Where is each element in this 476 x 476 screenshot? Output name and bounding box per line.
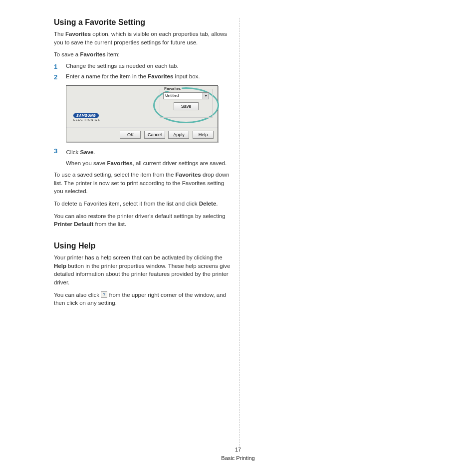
help-paragraph-1: Your printer has a help screen that can …	[54, 253, 231, 287]
logo-text: SAMSUNG	[73, 113, 99, 118]
apply-rest: pply	[176, 132, 185, 137]
text: Enter a name for the item in the	[66, 73, 148, 79]
help-paragraph-2: You can also click ? from the upper righ…	[54, 291, 231, 307]
save-lead: To save a Favorites item:	[54, 50, 231, 59]
text: input box.	[173, 73, 200, 79]
bold-favorites: Favorites	[65, 31, 91, 37]
cancel-button[interactable]: Cancel	[144, 131, 165, 139]
text: button in the printer properties window.…	[54, 263, 230, 285]
question-mark-icon: ?	[101, 291, 107, 298]
dialog-button-row: OK Cancel Apply Help	[66, 128, 218, 142]
text: To use a saved setting, select the item …	[54, 172, 176, 178]
favorites-legend: Favorites	[163, 86, 182, 91]
bold-help: Help	[54, 263, 66, 269]
apply-button[interactable]: Apply	[168, 131, 189, 139]
text: from the list.	[93, 221, 126, 227]
bold-delete: Delete	[199, 201, 217, 207]
step-2: 2 Enter a name for the item in the Favor…	[54, 72, 231, 81]
column-divider	[239, 18, 240, 448]
dropdown-value: Untitled	[164, 93, 203, 99]
save-button[interactable]: Save	[174, 102, 199, 110]
favorites-fieldset: Favorites Untitled ▾ Save	[160, 89, 213, 118]
text: To delete a Favorites item, select it fr…	[54, 201, 199, 207]
heading-favorite-setting: Using a Favorite Setting	[54, 18, 231, 27]
chevron-down-icon[interactable]: ▾	[203, 93, 209, 99]
restore-paragraph: You can also restore the printer driver'…	[54, 212, 231, 229]
footer-section: Basic Printing	[0, 454, 476, 463]
dialog-screenshot: SAMSUNG ELECTRONICS Favorites Untitled ▾…	[66, 85, 218, 142]
text: Your printer has a help screen that can …	[54, 254, 223, 260]
text: You can also restore the printer driver'…	[54, 213, 226, 219]
bold-favorites: Favorites	[80, 51, 105, 57]
delete-paragraph: To delete a Favorites item, select it fr…	[54, 200, 231, 208]
step-3-followup: When you save Favorites, all current dri…	[66, 159, 231, 168]
intro-paragraph: The Favorites option, which is visible o…	[54, 30, 231, 46]
text: item:	[106, 51, 120, 57]
samsung-logo: SAMSUNG ELECTRONICS	[73, 113, 100, 121]
bold-save: Save	[80, 149, 94, 155]
step-text: Change the settings as needed on each ta…	[66, 63, 179, 69]
step-1: 1 Change the settings as needed on each …	[54, 62, 231, 70]
page-number: 17	[0, 446, 476, 454]
step-number: 1	[54, 62, 57, 72]
page-footer: 17 Basic Printing	[0, 446, 476, 462]
text: The	[54, 31, 65, 37]
bold-favorites: Favorites	[148, 73, 173, 79]
text: .	[93, 149, 95, 155]
bold-printer-default: Printer Default	[54, 221, 93, 227]
bold-favorites: Favorites	[107, 160, 132, 166]
favorites-dropdown[interactable]: Untitled ▾	[163, 92, 209, 99]
logo-subtext: ELECTRONICS	[73, 118, 100, 121]
help-button[interactable]: Help	[193, 131, 214, 139]
step-3-text: Click Save.	[66, 148, 231, 157]
ok-button[interactable]: OK	[120, 131, 141, 139]
text: To save a	[54, 51, 80, 57]
text: , all current driver settings are saved.	[133, 160, 227, 166]
text: When you save	[66, 160, 107, 166]
step-number: 3	[54, 147, 64, 155]
text: Click	[66, 149, 80, 155]
step-number: 2	[54, 72, 57, 82]
text: You can also click	[54, 292, 101, 298]
bold-favorites: Favorites	[176, 172, 201, 178]
use-saved-paragraph: To use a saved setting, select the item …	[54, 171, 231, 196]
text: .	[216, 201, 218, 207]
heading-using-help: Using Help	[54, 241, 231, 250]
